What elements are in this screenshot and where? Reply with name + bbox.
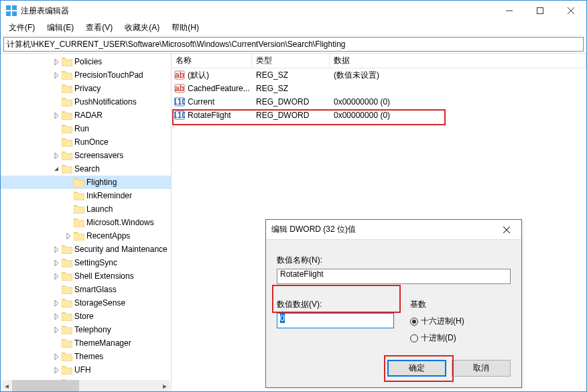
close-button[interactable] bbox=[556, 1, 586, 21]
address-text: 计算机\HKEY_CURRENT_USER\Software\Microsoft… bbox=[7, 39, 346, 50]
menu-view[interactable]: 查看(V) bbox=[80, 21, 118, 35]
value-type-cell: REG_SZ bbox=[252, 84, 330, 93]
tree-item[interactable]: PrecisionTouchPad bbox=[1, 68, 171, 82]
dialog-body: 数值名称(N): RotateFlight 数值数据(V): 0 基数 十六进制… bbox=[266, 240, 521, 346]
expand-icon[interactable] bbox=[52, 314, 61, 320]
expand-icon[interactable] bbox=[52, 247, 61, 253]
radio-hex[interactable] bbox=[410, 318, 418, 326]
tree-label: PushNotifications bbox=[74, 97, 137, 107]
tree-item[interactable]: PushNotifications bbox=[1, 95, 171, 109]
svg-rect-4 bbox=[537, 8, 543, 14]
tree-item[interactable]: SettingSync bbox=[1, 256, 171, 269]
tree-label: Flighting bbox=[86, 178, 117, 187]
dialog-titlebar: 编辑 DWORD (32 位)值 bbox=[266, 220, 521, 240]
value-name-cell: abCachedFeature... bbox=[172, 83, 252, 94]
tree-item[interactable]: Run bbox=[1, 122, 171, 135]
tree-label: Store bbox=[74, 312, 94, 321]
tree-item[interactable]: RecentApps bbox=[1, 229, 171, 243]
expand-icon[interactable] bbox=[52, 260, 61, 266]
tree-item[interactable]: UFH bbox=[1, 363, 171, 377]
scroll-thumb[interactable] bbox=[12, 380, 79, 391]
tree-pane[interactable]: PoliciesPrecisionTouchPadPrivacyPushNoti… bbox=[1, 54, 172, 391]
col-data[interactable]: 数据 bbox=[330, 54, 586, 68]
tree-label: Run bbox=[74, 124, 89, 133]
value-row[interactable]: 110RotateFlightREG_DWORD0x00000000 (0) bbox=[172, 109, 586, 122]
value-row[interactable]: 110CurrentREG_DWORD0x00000000 (0) bbox=[172, 95, 586, 109]
address-bar[interactable]: 计算机\HKEY_CURRENT_USER\Software\Microsoft… bbox=[3, 37, 584, 52]
radio-dec-row[interactable]: 十进制(D) bbox=[410, 332, 464, 344]
tree-item[interactable]: ThemeManager bbox=[1, 336, 171, 350]
menubar: 文件(F) 编辑(E) 查看(V) 收藏夹(A) 帮助(H) bbox=[1, 21, 586, 36]
tree-item[interactable]: Shell Extensions bbox=[1, 269, 171, 283]
tree-label: RADAR bbox=[74, 111, 103, 120]
minimize-button[interactable] bbox=[494, 1, 525, 21]
tree-label: SettingSync bbox=[74, 258, 117, 267]
scroll-track[interactable] bbox=[12, 380, 159, 391]
expand-icon[interactable] bbox=[52, 59, 61, 65]
tree-item[interactable]: StorageSense bbox=[1, 296, 171, 310]
radio-hex-row[interactable]: 十六进制(H) bbox=[410, 316, 464, 327]
value-name-cell: 110Current bbox=[172, 96, 252, 107]
tree-item[interactable]: Themes bbox=[1, 350, 171, 363]
value-type-cell: REG_SZ bbox=[252, 70, 330, 80]
expand-icon[interactable] bbox=[52, 300, 61, 306]
menu-file[interactable]: 文件(F) bbox=[3, 21, 40, 35]
dialog-buttons: 确定 取消 bbox=[266, 346, 521, 377]
col-type[interactable]: 类型 bbox=[252, 54, 330, 68]
dialog-close-button[interactable] bbox=[497, 220, 516, 239]
expand-icon[interactable] bbox=[52, 113, 61, 119]
tree-item[interactable]: Microsoft.Windows bbox=[1, 216, 171, 229]
titlebar: 注册表编辑器 bbox=[1, 1, 586, 21]
menu-help[interactable]: 帮助(H) bbox=[166, 21, 204, 35]
expand-icon[interactable] bbox=[52, 273, 61, 279]
value-name-label: 数值名称(N): bbox=[277, 255, 511, 266]
values-header: 名称 类型 数据 bbox=[172, 54, 586, 68]
tree-item[interactable]: Launch bbox=[1, 202, 171, 216]
value-data-field[interactable]: 0 bbox=[277, 313, 394, 328]
value-name-field[interactable]: RotateFlight bbox=[277, 269, 511, 284]
value-row[interactable]: ab(默认)REG_SZ(数值未设置) bbox=[172, 68, 586, 82]
tree-item[interactable]: RADAR bbox=[1, 109, 171, 122]
dialog-title: 编辑 DWORD (32 位)值 bbox=[271, 224, 497, 235]
maximize-button[interactable] bbox=[525, 1, 556, 21]
svg-rect-2 bbox=[6, 11, 11, 16]
menu-favorites[interactable]: 收藏夹(A) bbox=[119, 21, 165, 35]
edit-dword-dialog: 编辑 DWORD (32 位)值 数值名称(N): RotateFlight 数… bbox=[265, 219, 522, 388]
tree-item[interactable]: SmartGlass bbox=[1, 283, 171, 296]
expand-icon[interactable] bbox=[52, 166, 61, 172]
tree-label: Themes bbox=[74, 352, 103, 361]
value-data-cell: 0x00000000 (0) bbox=[330, 111, 586, 120]
tree-item[interactable]: Flighting bbox=[1, 176, 171, 189]
tree-item[interactable]: Search bbox=[1, 162, 171, 176]
radio-hex-label: 十六进制(H) bbox=[421, 316, 464, 327]
radio-dec-label: 十进制(D) bbox=[421, 332, 456, 344]
ok-button[interactable]: 确定 bbox=[387, 360, 446, 377]
tree-label: Screensavers bbox=[74, 151, 123, 160]
tree-label: Launch bbox=[86, 204, 113, 214]
cancel-button[interactable]: 取消 bbox=[452, 360, 511, 377]
tree-item[interactable]: Privacy bbox=[1, 82, 171, 95]
tree-item[interactable]: Security and Maintenance bbox=[1, 243, 171, 256]
value-row[interactable]: abCachedFeature...REG_SZ bbox=[172, 82, 586, 95]
expand-icon[interactable] bbox=[52, 354, 61, 360]
tree-item[interactable]: Store bbox=[1, 310, 171, 323]
expand-icon[interactable] bbox=[52, 327, 61, 333]
main-area: PoliciesPrecisionTouchPadPrivacyPushNoti… bbox=[1, 53, 586, 391]
tree-item[interactable]: Policies bbox=[1, 55, 171, 68]
tree-item[interactable]: InkReminder bbox=[1, 189, 171, 202]
tree-item[interactable]: Screensavers bbox=[1, 149, 171, 162]
expand-icon[interactable] bbox=[52, 153, 61, 159]
menu-edit[interactable]: 编辑(E) bbox=[42, 21, 79, 35]
col-name[interactable]: 名称 bbox=[172, 54, 252, 68]
expand-icon[interactable] bbox=[52, 367, 61, 373]
tree-hscroll[interactable]: ◂ ▸ bbox=[1, 380, 170, 391]
tree-item[interactable]: Telephony bbox=[1, 323, 171, 336]
expand-icon[interactable] bbox=[52, 72, 61, 78]
tree-item[interactable]: RunOnce bbox=[1, 135, 171, 149]
scroll-right-icon[interactable]: ▸ bbox=[159, 380, 170, 391]
radio-dec[interactable] bbox=[410, 334, 418, 342]
tree-label: Security and Maintenance bbox=[74, 245, 168, 254]
expand-icon[interactable] bbox=[64, 233, 73, 239]
tree-label: UFH bbox=[74, 365, 91, 375]
scroll-left-icon[interactable]: ◂ bbox=[1, 380, 12, 391]
